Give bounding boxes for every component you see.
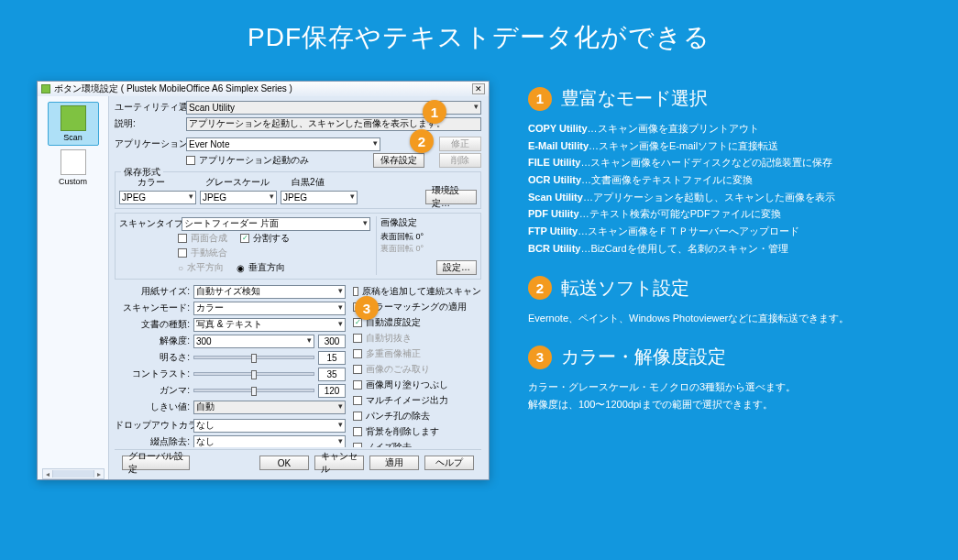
opt-punchremove-checkbox[interactable]	[353, 412, 362, 421]
section-1-title: 豊富なモード選択	[561, 86, 708, 111]
brightness-slider[interactable]	[193, 356, 314, 359]
delete-button[interactable]: 削除	[439, 153, 481, 168]
titlebar: ボタン環境設定 ( Plustek MobileOffice A6 Simple…	[38, 82, 489, 96]
gray-format-select[interactable]: JPEG	[200, 191, 277, 204]
cancel-button[interactable]: キャンセル	[314, 456, 364, 470]
resolution-select[interactable]: 300	[193, 335, 314, 348]
section-1: 1 豊富なモード選択 COPY Utility…スキャン画像を直接プリントアウト…	[528, 86, 921, 258]
split-checkbox[interactable]	[240, 234, 249, 243]
paper-select[interactable]: 自動サイズ検知	[193, 285, 346, 299]
gamma-slider[interactable]	[193, 389, 314, 392]
desc-label: 説明:	[115, 117, 182, 130]
section-2-badge: 2	[528, 276, 552, 300]
scantype-label: スキャンタイプ:	[119, 217, 178, 230]
marker-1: 1	[423, 100, 446, 124]
manual-checkbox[interactable]	[178, 248, 187, 258]
save-settings-button[interactable]: 保存設定	[373, 153, 424, 168]
sidebar-item-label: Scan	[63, 133, 83, 142]
page-title: PDF保存やテキストデータ化ができる	[0, 0, 958, 55]
opt-continuous-checkbox[interactable]	[353, 287, 358, 296]
group-title: 保存形式	[121, 166, 163, 179]
utility-list: COPY Utility…スキャン画像を直接プリントアウトE-Mail Util…	[528, 120, 921, 258]
bw-format-select[interactable]: JPEG	[281, 191, 358, 204]
sidebar-scrollbar[interactable]: ◂▸	[42, 468, 105, 479]
section-3: 3 カラー・解像度設定 カラー・グレースケール・モノクロの3種類から選べます。 …	[528, 345, 921, 412]
custom-icon	[61, 149, 86, 175]
opt-bgremove-checkbox[interactable]	[353, 427, 362, 436]
image-settings-button[interactable]: 設定…	[436, 260, 477, 275]
utility-list-item: PDF Utility…テキスト検索が可能なPDFファイルに変換	[528, 205, 921, 223]
section-2: 2 転送ソフト設定 Evernote、ペイント、Windows Photovie…	[528, 276, 921, 327]
utility-list-item: OCR Utility…文書画像をテキストファイルに変換	[528, 171, 921, 189]
explain-panel: 1 豊富なモード選択 COPY Utility…スキャン画像を直接プリントアウト…	[528, 81, 921, 480]
threshold-select[interactable]: 自動	[193, 401, 346, 414]
scantype-select[interactable]: シートフィーダー 片面	[182, 217, 370, 231]
apply-button[interactable]: 適用	[369, 456, 419, 470]
app-icon	[41, 84, 50, 93]
scanmode-select[interactable]: カラー	[193, 302, 346, 315]
opt-removedot-checkbox[interactable]	[353, 365, 362, 374]
dropout-select[interactable]: なし	[193, 419, 346, 433]
app-only-checkbox[interactable]	[186, 156, 195, 165]
contrast-slider[interactable]	[193, 372, 314, 376]
env-settings-button[interactable]: 環境設定…	[425, 190, 477, 204]
global-settings-button[interactable]: グローバル設定	[122, 456, 190, 470]
scantype-group: スキャンタイプ: シートフィーダー 片面 両面合成 分割する 手動統合	[115, 213, 481, 280]
bw-label: 白黒2値	[292, 176, 374, 189]
opt-multicrop-checkbox[interactable]	[353, 349, 362, 358]
sidebar-item-label: Custom	[59, 177, 87, 186]
window-title: ボタン環境設定 ( Plustek MobileOffice A6 Simple…	[54, 82, 292, 95]
scan-icon	[61, 105, 86, 131]
section-3-badge: 3	[528, 346, 552, 369]
opt-autocrop-checkbox[interactable]	[353, 334, 362, 343]
sidebar: Scan Custom ◂▸	[38, 96, 109, 479]
resolution-value[interactable]: 300	[318, 335, 346, 348]
opt-denoise-checkbox[interactable]	[353, 443, 362, 447]
doctype-select[interactable]: 写真 & テキスト	[193, 318, 346, 332]
close-icon[interactable]: ✕	[472, 83, 485, 94]
merge-checkbox[interactable]	[178, 234, 187, 243]
contrast-value[interactable]: 35	[318, 368, 346, 381]
utility-list-item: FTP Utility…スキャン画像をＦＴＰサーバーへアップロード	[528, 223, 921, 240]
opt-fillcrop-checkbox[interactable]	[353, 380, 362, 390]
main-panel: ユーティリティ選択: Scan Utility 説明: アプリケーションを起動し…	[109, 96, 489, 479]
utility-list-item: BCR Utility…BizCardを使用して、名刺のスキャン・管理	[528, 240, 921, 258]
app-only-label: アプリケーション起動のみ	[199, 154, 309, 167]
opt-autodensity-checkbox[interactable]	[353, 318, 362, 327]
color-format-select[interactable]: JPEG	[119, 191, 196, 204]
utility-list-item: FILE Utility…スキャン画像をハードディスクなどの記憶装置に保存	[528, 154, 921, 171]
marker-2: 2	[410, 129, 434, 153]
img-settings-label: 画像設定	[380, 217, 417, 227]
section-1-badge: 1	[528, 87, 552, 111]
opt-multiout-checkbox[interactable]	[353, 396, 362, 405]
utility-list-item: COPY Utility…スキャン画像を直接プリントアウト	[528, 120, 921, 137]
brightness-value[interactable]: 15	[318, 351, 346, 365]
section-2-body: Evernote、ペイント、Windows Photoviewerなどに直接転送…	[528, 310, 921, 327]
app-select[interactable]: Ever Note	[186, 137, 380, 151]
section-2-title: 転送ソフト設定	[561, 276, 689, 301]
settings-dialog: 1 2 3 ボタン環境設定 ( Plustek MobileOffice A6 …	[37, 81, 490, 480]
gray-label: グレースケール	[205, 176, 288, 189]
punch-select[interactable]: なし	[193, 435, 346, 448]
sidebar-item-scan[interactable]: Scan	[48, 102, 99, 146]
ok-button[interactable]: OK	[259, 456, 309, 470]
section-3-title: カラー・解像度設定	[561, 345, 726, 369]
marker-3: 3	[355, 296, 379, 320]
save-format-group: 保存形式 カラー グレースケール 白黒2値 JPEG JPEG JPEG 環境設…	[115, 171, 481, 209]
edit-button[interactable]: 修正	[439, 137, 481, 151]
utility-list-item: Scan Utility…アプリケーションを起動し、スキャンした画像を表示	[528, 189, 921, 206]
help-button[interactable]: ヘルプ	[424, 456, 474, 470]
utility-list-item: E-Mail Utility…スキャン画像をE-mailソフトに直接転送	[528, 137, 921, 155]
dialog-buttonbar: グローバル設定 OK キャンセル 適用 ヘルプ	[115, 449, 481, 476]
sidebar-item-custom[interactable]: Custom	[48, 149, 99, 186]
gamma-value[interactable]: 120	[318, 384, 346, 398]
utility-label: ユーティリティ選択:	[115, 101, 182, 114]
app-label: アプリケーション:	[115, 137, 182, 150]
section-3-body: カラー・グレースケール・モノクロの3種類から選べます。 解像度は、100〜120…	[528, 379, 921, 412]
